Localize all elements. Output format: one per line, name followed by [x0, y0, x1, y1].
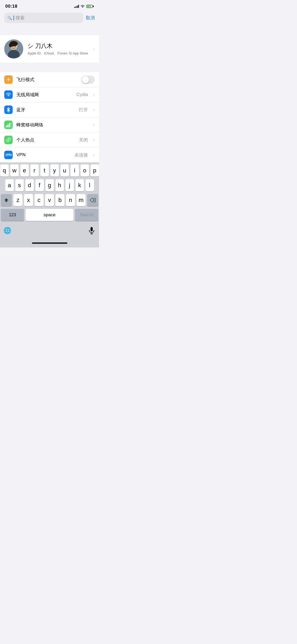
delete-key[interactable] — [87, 194, 98, 206]
signal-icon — [74, 5, 79, 8]
wifi-status-icon — [81, 5, 85, 8]
key-w[interactable]: w — [10, 164, 19, 177]
wifi-value: Cydia — [77, 92, 88, 97]
keyboard-row-2: a s d f g h j k l — [1, 179, 98, 191]
search-key[interactable]: Search — [75, 209, 98, 221]
profile-card[interactable]: シ 刀八木 Apple ID、iCloud、iTunes 与 App Store… — [0, 35, 99, 63]
key-i[interactable]: i — [70, 164, 79, 177]
section-spacer-2 — [0, 63, 99, 72]
key-x[interactable]: x — [24, 194, 33, 206]
keyboard-row-4: 123 space Search — [1, 209, 98, 221]
profile-subtitle: Apple ID、iCloud、iTunes 与 App Store — [27, 51, 89, 56]
vpn-chevron-icon: › — [93, 152, 95, 158]
key-g[interactable]: g — [45, 179, 54, 191]
battery-icon: ⚡ — [86, 5, 94, 8]
key-p[interactable]: p — [91, 164, 99, 177]
key-z[interactable]: z — [13, 194, 22, 206]
airplane-toggle[interactable] — [81, 76, 95, 84]
airplane-label: 飞行模式 — [16, 77, 78, 83]
cellular-settings-icon — [4, 121, 13, 129]
key-d[interactable]: d — [25, 179, 34, 191]
key-r[interactable]: r — [30, 164, 39, 177]
settings-row-airplane[interactable]: ✈ 飞行模式 — [0, 72, 99, 87]
hotspot-chevron-icon: › — [93, 137, 95, 143]
search-bar-row: 🔍 搜索 取消 — [0, 11, 99, 26]
key-b[interactable]: b — [55, 194, 64, 206]
vpn-value: 未连接 — [74, 152, 88, 158]
hotspot-settings-icon — [4, 136, 13, 144]
key-h[interactable]: h — [55, 179, 64, 191]
key-c[interactable]: c — [35, 194, 44, 206]
settings-row-hotspot[interactable]: 个人热点 关闭 › — [0, 132, 99, 148]
key-q[interactable]: q — [0, 164, 9, 177]
key-y[interactable]: y — [50, 164, 59, 177]
cellular-label: 蜂窝移动网络 — [16, 122, 89, 128]
svg-point-5 — [12, 46, 13, 47]
toggle-thumb — [82, 76, 89, 83]
status-time: 00:18 — [5, 4, 17, 9]
key-l[interactable]: l — [86, 179, 94, 191]
cellular-chevron-icon: › — [93, 122, 95, 128]
key-m[interactable]: m — [77, 194, 86, 206]
airplane-icon: ✈ — [4, 75, 13, 84]
svg-rect-7 — [6, 126, 7, 127]
wifi-label: 无线局域网 — [16, 92, 73, 98]
key-j[interactable]: j — [65, 179, 74, 191]
svg-rect-8 — [7, 124, 8, 127]
space-key[interactable]: space — [26, 209, 73, 221]
svg-point-6 — [15, 46, 16, 47]
search-cursor — [13, 16, 14, 20]
hotspot-label: 个人热点 — [16, 137, 75, 143]
settings-row-bluetooth[interactable]: 蓝牙 打开 › — [0, 102, 99, 117]
section-spacer-1 — [0, 26, 99, 35]
svg-rect-10 — [11, 122, 11, 127]
bluetooth-value: 打开 — [79, 107, 88, 113]
numbers-key[interactable]: 123 — [1, 209, 24, 221]
avatar — [4, 39, 23, 58]
cancel-button[interactable]: 取消 — [86, 15, 95, 21]
key-e[interactable]: e — [20, 164, 29, 177]
mic-key[interactable] — [86, 225, 97, 236]
key-n[interactable]: n — [66, 194, 75, 206]
vpn-label: VPN — [16, 152, 71, 158]
key-f[interactable]: f — [35, 179, 44, 191]
settings-row-wifi[interactable]: 无线局域网 Cydia › — [0, 87, 99, 102]
search-input-wrapper[interactable]: 🔍 搜索 — [4, 13, 83, 23]
key-t[interactable]: t — [40, 164, 49, 177]
wifi-settings-icon — [4, 90, 13, 99]
bluetooth-settings-icon — [4, 105, 13, 114]
key-o[interactable]: o — [81, 164, 89, 177]
status-icons: ⚡ — [74, 5, 94, 8]
vpn-settings-icon: VPN — [4, 151, 13, 159]
profile-info: シ 刀八木 Apple ID、iCloud、iTunes 与 App Store — [27, 42, 89, 56]
home-indicator — [0, 238, 99, 247]
bluetooth-label: 蓝牙 — [16, 107, 75, 113]
globe-key[interactable]: 🌐 — [2, 225, 13, 236]
keyboard-bottom-row: 🌐 — [1, 224, 98, 237]
shift-key[interactable] — [1, 194, 12, 206]
hotspot-value: 关闭 — [79, 137, 88, 143]
search-placeholder: 搜索 — [16, 15, 25, 21]
svg-rect-11 — [91, 227, 93, 231]
svg-rect-9 — [9, 123, 10, 127]
bluetooth-chevron-icon: › — [93, 107, 95, 113]
key-v[interactable]: v — [45, 194, 54, 206]
key-k[interactable]: k — [76, 179, 84, 191]
settings-row-cellular[interactable]: 蜂窝移动网络 › — [0, 117, 99, 132]
keyboard-row-1: q w e r t y u i o p — [1, 164, 98, 177]
profile-chevron-icon: › — [93, 46, 95, 52]
home-bar — [32, 242, 67, 244]
svg-point-4 — [9, 43, 12, 47]
status-bar: 00:18 ⚡ — [0, 0, 99, 11]
key-u[interactable]: u — [60, 164, 69, 177]
key-a[interactable]: a — [5, 179, 14, 191]
settings-section: ✈ 飞行模式 无线局域网 Cydia › 蓝牙 打开 › — [0, 72, 99, 162]
profile-name: シ 刀八木 — [27, 42, 89, 50]
search-glass-icon: 🔍 — [7, 16, 12, 20]
keyboard: q w e r t y u i o p a s d f g h j k l z … — [0, 162, 99, 238]
key-s[interactable]: s — [15, 179, 24, 191]
wifi-chevron-icon: › — [93, 92, 95, 98]
settings-row-vpn[interactable]: VPN VPN 未连接 › — [0, 148, 99, 162]
keyboard-row-3: z x c v b n m — [1, 194, 98, 206]
